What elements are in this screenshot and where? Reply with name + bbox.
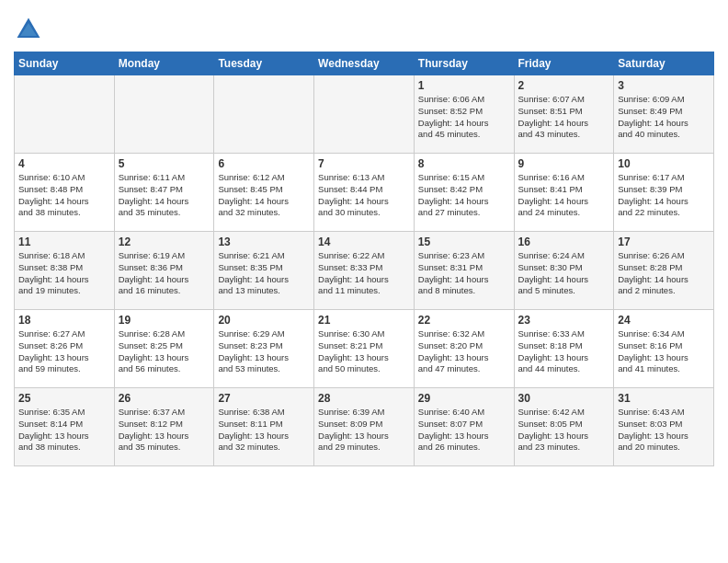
calendar-table: SundayMondayTuesdayWednesdayThursdayFrid… <box>14 52 714 466</box>
header <box>14 9 714 44</box>
day-number: 25 <box>18 392 110 405</box>
day-info: Sunrise: 6:24 AM Sunset: 8:30 PM Dayligh… <box>518 250 589 295</box>
week-row-4: 18Sunrise: 6:27 AM Sunset: 8:26 PM Dayli… <box>15 310 714 388</box>
day-number: 18 <box>18 314 110 327</box>
day-info: Sunrise: 6:19 AM Sunset: 8:36 PM Dayligh… <box>119 250 189 295</box>
day-number: 26 <box>119 392 210 405</box>
day-cell: 6Sunrise: 6:12 AM Sunset: 8:45 PM Daylig… <box>214 154 314 232</box>
day-number: 10 <box>618 157 710 170</box>
day-info: Sunrise: 6:17 AM Sunset: 8:39 PM Dayligh… <box>618 172 688 217</box>
day-number: 21 <box>318 314 410 327</box>
day-cell: 7Sunrise: 6:13 AM Sunset: 8:44 PM Daylig… <box>314 154 415 232</box>
weekday-header-wednesday: Wednesday <box>314 52 415 75</box>
day-cell <box>314 75 415 154</box>
week-row-2: 4Sunrise: 6:10 AM Sunset: 8:48 PM Daylig… <box>15 154 714 232</box>
day-number: 16 <box>518 236 610 248</box>
weekday-header-row: SundayMondayTuesdayWednesdayThursdayFrid… <box>15 52 714 75</box>
day-number: 28 <box>318 392 410 405</box>
weekday-header-thursday: Thursday <box>414 52 514 75</box>
day-info: Sunrise: 6:35 AM Sunset: 8:14 PM Dayligh… <box>18 407 89 452</box>
day-number: 30 <box>518 392 610 405</box>
day-info: Sunrise: 6:39 AM Sunset: 8:09 PM Dayligh… <box>318 407 389 452</box>
day-info: Sunrise: 6:13 AM Sunset: 8:44 PM Dayligh… <box>318 172 389 217</box>
day-cell <box>15 75 115 154</box>
page: SundayMondayTuesdayWednesdayThursdayFrid… <box>0 0 728 563</box>
day-cell: 19Sunrise: 6:28 AM Sunset: 8:25 PM Dayli… <box>114 310 214 388</box>
day-info: Sunrise: 6:42 AM Sunset: 8:05 PM Dayligh… <box>518 407 589 452</box>
day-cell: 15Sunrise: 6:23 AM Sunset: 8:31 PM Dayli… <box>414 232 514 310</box>
day-cell: 24Sunrise: 6:34 AM Sunset: 8:16 PM Dayli… <box>614 310 714 388</box>
day-number: 4 <box>18 157 110 170</box>
day-info: Sunrise: 6:15 AM Sunset: 8:42 PM Dayligh… <box>418 172 489 217</box>
day-info: Sunrise: 6:32 AM Sunset: 8:20 PM Dayligh… <box>418 328 489 373</box>
week-row-3: 11Sunrise: 6:18 AM Sunset: 8:38 PM Dayli… <box>15 232 714 310</box>
day-cell: 14Sunrise: 6:22 AM Sunset: 8:33 PM Dayli… <box>314 232 415 310</box>
day-cell: 8Sunrise: 6:15 AM Sunset: 8:42 PM Daylig… <box>414 154 514 232</box>
day-number: 9 <box>518 157 610 170</box>
day-info: Sunrise: 6:22 AM Sunset: 8:33 PM Dayligh… <box>318 250 389 295</box>
day-cell: 4Sunrise: 6:10 AM Sunset: 8:48 PM Daylig… <box>15 154 115 232</box>
day-number: 19 <box>119 314 210 327</box>
day-cell: 27Sunrise: 6:38 AM Sunset: 8:11 PM Dayli… <box>214 388 314 466</box>
day-number: 1 <box>418 79 510 92</box>
day-number: 3 <box>618 79 710 92</box>
day-info: Sunrise: 6:40 AM Sunset: 8:07 PM Dayligh… <box>418 407 489 452</box>
day-info: Sunrise: 6:26 AM Sunset: 8:28 PM Dayligh… <box>618 250 688 295</box>
day-info: Sunrise: 6:28 AM Sunset: 8:25 PM Dayligh… <box>119 328 189 373</box>
day-number: 17 <box>618 236 710 248</box>
day-cell: 3Sunrise: 6:09 AM Sunset: 8:49 PM Daylig… <box>614 75 714 154</box>
day-info: Sunrise: 6:33 AM Sunset: 8:18 PM Dayligh… <box>518 328 589 373</box>
day-number: 23 <box>518 314 610 327</box>
day-info: Sunrise: 6:11 AM Sunset: 8:47 PM Dayligh… <box>119 172 189 217</box>
day-cell: 11Sunrise: 6:18 AM Sunset: 8:38 PM Dayli… <box>15 232 115 310</box>
day-number: 27 <box>218 392 310 405</box>
day-number: 31 <box>618 392 710 405</box>
day-cell: 13Sunrise: 6:21 AM Sunset: 8:35 PM Dayli… <box>214 232 314 310</box>
day-info: Sunrise: 6:09 AM Sunset: 8:49 PM Dayligh… <box>618 94 688 139</box>
day-cell: 5Sunrise: 6:11 AM Sunset: 8:47 PM Daylig… <box>114 154 214 232</box>
day-cell: 23Sunrise: 6:33 AM Sunset: 8:18 PM Dayli… <box>514 310 614 388</box>
day-cell: 1Sunrise: 6:06 AM Sunset: 8:52 PM Daylig… <box>414 75 514 154</box>
day-number: 29 <box>418 392 510 405</box>
weekday-header-saturday: Saturday <box>614 52 714 75</box>
day-cell: 16Sunrise: 6:24 AM Sunset: 8:30 PM Dayli… <box>514 232 614 310</box>
day-cell: 20Sunrise: 6:29 AM Sunset: 8:23 PM Dayli… <box>214 310 314 388</box>
day-cell <box>214 75 314 154</box>
logo <box>14 15 47 44</box>
day-number: 11 <box>18 236 110 248</box>
day-number: 20 <box>218 314 310 327</box>
weekday-header-friday: Friday <box>514 52 614 75</box>
day-cell: 22Sunrise: 6:32 AM Sunset: 8:20 PM Dayli… <box>414 310 514 388</box>
day-cell: 18Sunrise: 6:27 AM Sunset: 8:26 PM Dayli… <box>15 310 115 388</box>
day-info: Sunrise: 6:21 AM Sunset: 8:35 PM Dayligh… <box>218 250 289 295</box>
day-info: Sunrise: 6:30 AM Sunset: 8:21 PM Dayligh… <box>318 328 389 373</box>
day-info: Sunrise: 6:27 AM Sunset: 8:26 PM Dayligh… <box>18 328 89 373</box>
day-number: 12 <box>119 236 210 248</box>
day-info: Sunrise: 6:10 AM Sunset: 8:48 PM Dayligh… <box>18 172 89 217</box>
day-info: Sunrise: 6:18 AM Sunset: 8:38 PM Dayligh… <box>18 250 89 295</box>
day-info: Sunrise: 6:37 AM Sunset: 8:12 PM Dayligh… <box>119 407 189 452</box>
day-info: Sunrise: 6:07 AM Sunset: 8:51 PM Dayligh… <box>518 94 589 139</box>
day-number: 5 <box>119 157 210 170</box>
day-info: Sunrise: 6:16 AM Sunset: 8:41 PM Dayligh… <box>518 172 589 217</box>
day-number: 24 <box>618 314 710 327</box>
day-cell <box>114 75 214 154</box>
day-info: Sunrise: 6:29 AM Sunset: 8:23 PM Dayligh… <box>218 328 289 373</box>
day-cell: 12Sunrise: 6:19 AM Sunset: 8:36 PM Dayli… <box>114 232 214 310</box>
day-info: Sunrise: 6:34 AM Sunset: 8:16 PM Dayligh… <box>618 328 688 373</box>
day-info: Sunrise: 6:38 AM Sunset: 8:11 PM Dayligh… <box>218 407 289 452</box>
day-cell: 21Sunrise: 6:30 AM Sunset: 8:21 PM Dayli… <box>314 310 415 388</box>
day-number: 14 <box>318 236 410 248</box>
day-info: Sunrise: 6:43 AM Sunset: 8:03 PM Dayligh… <box>618 407 688 452</box>
day-info: Sunrise: 6:23 AM Sunset: 8:31 PM Dayligh… <box>418 250 489 295</box>
day-cell: 26Sunrise: 6:37 AM Sunset: 8:12 PM Dayli… <box>114 388 214 466</box>
weekday-header-tuesday: Tuesday <box>214 52 314 75</box>
day-number: 22 <box>418 314 510 327</box>
day-cell: 29Sunrise: 6:40 AM Sunset: 8:07 PM Dayli… <box>414 388 514 466</box>
week-row-5: 25Sunrise: 6:35 AM Sunset: 8:14 PM Dayli… <box>15 388 714 466</box>
day-cell: 9Sunrise: 6:16 AM Sunset: 8:41 PM Daylig… <box>514 154 614 232</box>
day-info: Sunrise: 6:12 AM Sunset: 8:45 PM Dayligh… <box>218 172 289 217</box>
day-cell: 28Sunrise: 6:39 AM Sunset: 8:09 PM Dayli… <box>314 388 415 466</box>
day-number: 13 <box>218 236 310 248</box>
day-cell: 17Sunrise: 6:26 AM Sunset: 8:28 PM Dayli… <box>614 232 714 310</box>
